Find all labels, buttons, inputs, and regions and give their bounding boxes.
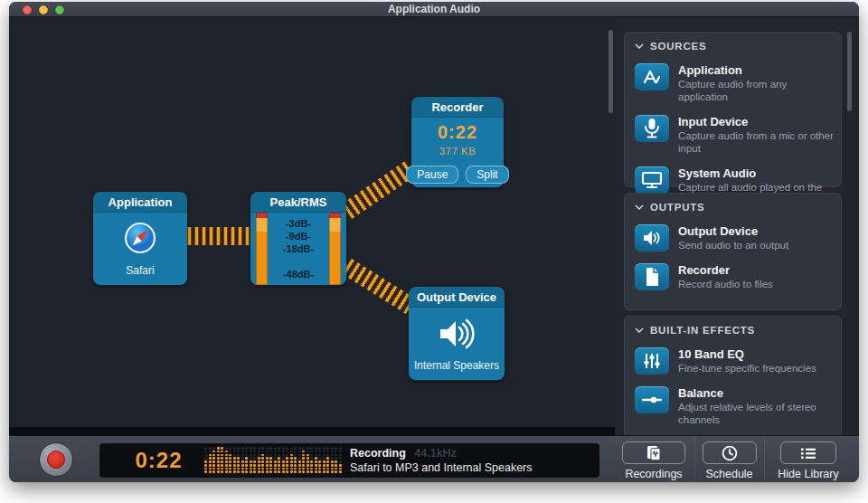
clock-icon [722,445,738,461]
footer-divider [694,436,695,482]
connector-peakrms-to-output [342,259,416,314]
item-name: Recorder [678,263,834,277]
status-title: Recording [350,447,406,460]
recordings-icon [645,445,663,461]
record-button[interactable] [39,442,73,477]
split-button[interactable]: Split [466,166,508,184]
db-tick: -9dB- [286,230,311,242]
outputs-section: OUTPUTS Output Device Send audio to an o… [624,193,842,310]
library-item-application[interactable]: Application Capture audio from any appli… [635,63,831,103]
item-name: Application [678,63,834,77]
db-scale: -3dB- -9dB- -18dB- -48dB- [275,217,322,280]
section-title: OUTPUTS [650,202,705,213]
peak-rms-meters: -3dB- -9dB- -18dB- -48dB- [256,213,341,285]
recording-status-panel: 0:22 Recording 44.1kHz Safari to MP3 and… [99,443,599,478]
node-application-label: Safari [126,264,154,277]
schedule-label: Schedule [705,468,752,480]
recording-timer: 0:22 [116,443,202,478]
vu-meter [204,447,342,473]
session-canvas[interactable]: Application Safari Peak/RMS [9,17,615,427]
node-application-title: Application [93,192,187,213]
library-item-10-band-eq[interactable]: 10 Band EQ Fine-tune specific frequencie… [635,347,831,375]
display-icon [635,166,669,194]
node-peak-rms-title: Peak/RMS [250,192,346,213]
item-name: 10 Band EQ [678,347,834,361]
recordings-label: Recordings [625,468,682,480]
db-tick: -48dB- [283,268,314,280]
item-name: Output Device [678,224,834,238]
application-icon [635,63,669,90]
speaker-icon [635,224,669,252]
node-recorder[interactable]: Recorder 0:22 377 KB Pause Split [411,97,504,188]
equalizer-icon [635,347,669,375]
item-description: Fine-tune specific frequencies [678,362,834,375]
library-item-balance[interactable]: Balance Adjust relative levels of stereo… [635,386,831,426]
chevron-down-icon [635,204,644,210]
sources-section: SOURCES Application Capture audio from a… [624,32,842,187]
item-name: System Audio [678,166,834,180]
canvas-scrollbar[interactable] [609,30,613,113]
app-window: Application Audio Application Safari [9,2,859,482]
item-description: Record audio to files [678,278,834,290]
chevron-down-icon [635,43,644,49]
connector-peakrms-to-recorder [341,161,415,220]
level-meter-right [329,213,341,285]
node-recorder-title: Recorder [411,97,504,118]
db-tick: -3dB- [286,217,311,230]
window-title: Application Audio [9,2,859,17]
db-tick: -18dB- [283,242,314,255]
outputs-header[interactable]: OUTPUTS [635,202,831,213]
connector-application-to-peakrms [187,227,250,245]
recordings-button[interactable] [622,441,685,464]
record-dot-icon [47,451,65,469]
chevron-down-icon [635,327,644,333]
library-sidebar: SOURCES Application Capture audio from a… [615,17,859,435]
library-item-output-device[interactable]: Output Device Send audio to an output [635,224,831,252]
section-title: BUILT-IN EFFECTS [650,325,755,336]
item-description: Send audio to an output [678,239,834,252]
sample-rate: 44.1kHz [414,447,457,460]
list-icon [799,446,817,460]
recorder-elapsed-time: 0:22 [438,122,477,143]
item-description: Capture audio from any application [678,78,834,103]
microphone-icon [635,115,669,142]
built-in-effects-header[interactable]: BUILT-IN EFFECTS [635,325,831,336]
status-detail: Safari to MP3 and Internal Speakers [350,460,533,475]
schedule-button[interactable] [703,441,757,464]
node-application[interactable]: Application Safari [93,192,187,286]
hide-library-button[interactable] [780,441,836,464]
library-item-input-device[interactable]: Input Device Capture audio from a mic or… [635,115,831,155]
sources-header[interactable]: SOURCES [635,41,831,52]
node-output-device-title: Output Device [409,287,505,308]
level-meter-left [256,213,268,285]
library-item-recorder[interactable]: Recorder Record audio to files [635,263,831,290]
node-peak-rms[interactable]: Peak/RMS -3dB- -9dB- -18dB- -48dB- [250,192,346,286]
recorder-file-size: 377 KB [439,146,476,157]
item-description: Capture audio from a mic or other input [678,129,834,155]
title-bar: Application Audio [9,2,859,17]
built-in-effects-section: BUILT-IN EFFECTS 10 Band EQ Fine-tune s [624,316,842,435]
pause-button[interactable]: Pause [406,166,458,184]
item-name: Input Device [678,115,834,128]
canvas-bottom-strip [9,427,615,435]
footer-divider [764,436,765,482]
balance-slider-icon [635,386,669,413]
item-description: Adjust relative levels of stereo channel… [678,401,834,426]
section-title: SOURCES [650,41,706,52]
node-output-device-label: Internal Speakers [414,359,499,372]
safari-icon [124,222,156,258]
node-output-device[interactable]: Output Device Internal Speakers [409,287,505,381]
file-icon [635,263,669,290]
speaker-icon [435,317,478,355]
transport-bar: 0:22 Recording 44.1kHz Safari to MP3 and… [9,435,859,482]
hide-library-label: Hide Library [778,468,838,480]
item-name: Balance [678,386,834,400]
sidebar-scrollbar[interactable] [847,32,852,111]
